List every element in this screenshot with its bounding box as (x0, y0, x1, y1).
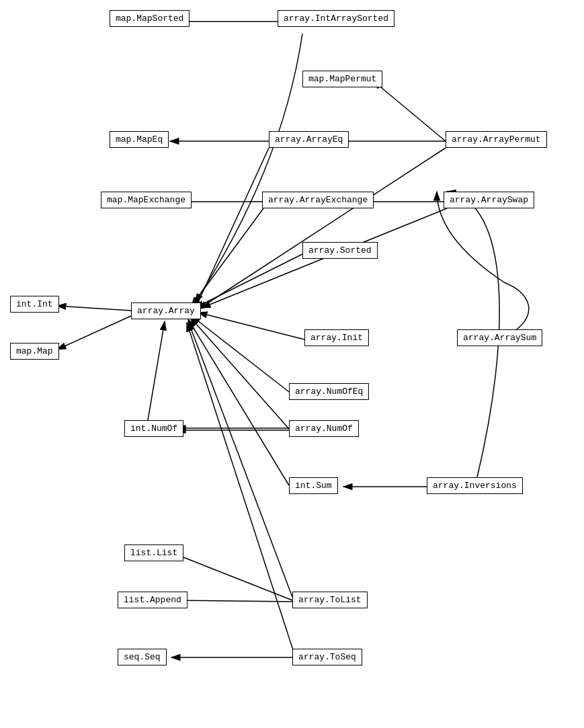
node-intArraySorted: array.IntArraySorted (278, 10, 394, 27)
node-arraySwap: array.ArraySwap (444, 192, 534, 208)
node-mapPermut: map.MapPermut (302, 71, 382, 87)
node-arrayArray: array.Array (131, 302, 201, 319)
node-arrayToSeq: array.ToSeq (292, 649, 362, 665)
node-mapMap: map.Map (10, 343, 59, 360)
svg-line-20 (188, 319, 289, 485)
node-arrayInversions: array.Inversions (427, 477, 523, 494)
svg-line-12 (57, 306, 131, 311)
node-intNumOf: int.NumOf (124, 420, 183, 437)
svg-line-15 (192, 316, 289, 392)
node-arraySum: array.ArraySum (457, 329, 542, 346)
node-listList: list.List (124, 544, 183, 561)
node-arrayExchange: array.ArrayExchange (262, 192, 374, 208)
svg-line-14 (198, 313, 304, 339)
node-arrayNumOf: array.NumOf (289, 420, 359, 437)
svg-line-22 (171, 600, 292, 602)
svg-line-11 (195, 254, 302, 308)
node-mapSorted: map.MapSorted (110, 10, 190, 27)
node-mapEq: map.MapEq (110, 131, 169, 148)
node-arrayInit: array.Init (304, 329, 369, 346)
graph-container: map.MapSorted array.IntArraySorted map.M… (0, 0, 584, 728)
node-intInt: int.Int (10, 296, 59, 313)
node-arraySorted: array.Sorted (302, 242, 378, 259)
svg-line-17 (190, 317, 289, 429)
node-intSum: int.Sum (289, 477, 338, 494)
svg-line-26 (147, 321, 165, 428)
svg-line-13 (57, 316, 131, 350)
node-arrayNumOfEq: array.NumOfEq (289, 383, 369, 400)
node-arrayPermut: array.ArrayPermut (446, 131, 547, 148)
node-seqSeq: seq.Seq (118, 649, 167, 665)
svg-line-23 (188, 321, 292, 597)
node-mapExchange: map.MapExchange (101, 192, 192, 208)
node-arrayEq: array.ArrayEq (269, 131, 349, 148)
svg-line-25 (187, 323, 294, 654)
node-arrayToList: array.ToList (292, 592, 368, 608)
svg-line-2 (373, 81, 446, 141)
svg-line-6 (198, 148, 446, 309)
graph-svg (0, 0, 584, 728)
node-listAppend: list.Append (118, 592, 187, 608)
